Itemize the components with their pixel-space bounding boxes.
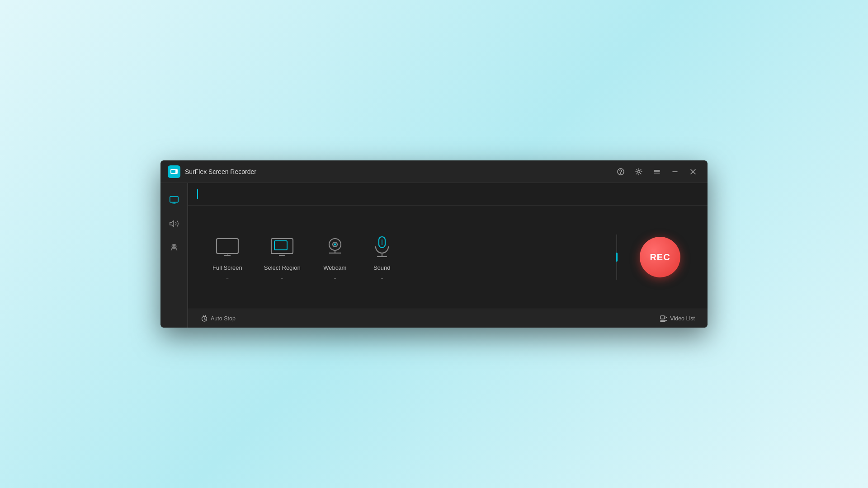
auto-stop-button[interactable]: Auto Stop xyxy=(197,313,239,324)
video-list-label: Video List xyxy=(670,315,695,322)
sidebar-item-webcam[interactable] xyxy=(164,237,184,257)
full-screen-chevron: ⌄ xyxy=(226,276,229,280)
webcam-icon xyxy=(322,235,348,260)
select-region-chevron: ⌄ xyxy=(280,276,284,280)
sound-label: Sound xyxy=(373,264,391,271)
app-logo xyxy=(168,165,180,178)
close-button[interactable] xyxy=(686,164,700,179)
top-section xyxy=(188,183,708,206)
svg-rect-36 xyxy=(660,316,665,319)
sound-chevron: ⌄ xyxy=(380,276,384,280)
svg-point-17 xyxy=(173,245,175,247)
rec-button[interactable]: REC xyxy=(640,237,680,277)
select-region-icon xyxy=(269,235,295,260)
video-list-button[interactable]: Video List xyxy=(656,313,698,324)
rec-label: REC xyxy=(650,252,670,263)
modes-divider xyxy=(616,235,617,280)
window-controls xyxy=(613,164,700,179)
app-window: SurFlex Screen Recorder xyxy=(160,160,708,328)
title-bar: SurFlex Screen Recorder xyxy=(160,160,708,183)
webcam-chevron: ⌄ xyxy=(333,276,337,280)
svg-rect-12 xyxy=(170,197,178,202)
modes-area: Full Screen ⌄ xyxy=(188,206,708,309)
svg-point-4 xyxy=(621,173,621,174)
svg-rect-25 xyxy=(274,241,287,250)
rec-btn-wrap: REC xyxy=(626,237,694,277)
webcam-label: Webcam xyxy=(323,264,346,271)
sidebar xyxy=(160,183,188,328)
sound-icon xyxy=(369,235,395,260)
minimize-button[interactable] xyxy=(668,164,682,179)
menu-button[interactable] xyxy=(650,164,664,179)
svg-point-21 xyxy=(227,253,228,254)
sound-mode-button[interactable]: Sound ⌄ xyxy=(359,227,406,287)
svg-rect-18 xyxy=(217,239,238,253)
content-area: Full Screen ⌄ xyxy=(188,183,708,328)
svg-line-38 xyxy=(665,317,667,318)
svg-point-28 xyxy=(334,243,336,245)
svg-point-5 xyxy=(638,170,640,173)
full-screen-label: Full Screen xyxy=(212,264,242,271)
auto-stop-label: Auto Stop xyxy=(211,315,236,322)
bottom-bar: Auto Stop Video List xyxy=(188,309,708,328)
settings-button[interactable] xyxy=(632,164,646,179)
rec-section: REC xyxy=(406,235,694,280)
full-screen-icon xyxy=(215,235,240,260)
app-title: SurFlex Screen Recorder xyxy=(185,168,613,175)
sidebar-item-audio[interactable] xyxy=(164,214,184,234)
svg-marker-15 xyxy=(170,221,173,227)
main-content: Full Screen ⌄ xyxy=(160,183,708,328)
svg-rect-1 xyxy=(171,170,175,173)
full-screen-mode-button[interactable]: Full Screen ⌄ xyxy=(202,227,253,287)
select-region-mode-button[interactable]: Select Region ⌄ xyxy=(253,227,311,287)
select-region-label: Select Region xyxy=(264,264,301,271)
webcam-mode-button[interactable]: Webcam ⌄ xyxy=(311,227,359,287)
svg-rect-2 xyxy=(176,170,177,172)
cursor-indicator xyxy=(197,189,198,199)
sidebar-item-screen[interactable] xyxy=(164,190,184,210)
help-button[interactable] xyxy=(613,164,628,179)
